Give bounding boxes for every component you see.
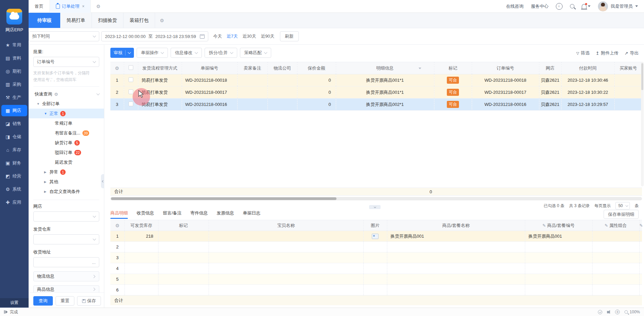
tree-with-remarks[interactable]: 有留言备注...39 <box>29 128 104 138</box>
doc-actions-dropdown[interactable]: 单据操作 <box>137 48 168 58</box>
select-all-checkbox[interactable] <box>129 65 133 70</box>
settings-button[interactable]: 设置 <box>0 298 29 307</box>
detail-row-4[interactable]: 4 <box>110 263 642 274</box>
doc-icon: ▤ <box>5 55 11 61</box>
save-detail-button[interactable]: 保存单据明细 <box>604 210 639 219</box>
subtabs-gear-icon[interactable]: ⚙ <box>155 13 169 28</box>
tab-order-processing[interactable]: 订单处理 × <box>50 0 91 13</box>
tab-invoice-info[interactable]: 发票信息 <box>217 210 234 219</box>
refresh-button[interactable]: 刷新 <box>280 31 299 41</box>
detail-row-5[interactable]: 5 <box>110 274 642 285</box>
check-circle-icon[interactable] <box>598 310 602 314</box>
product-section[interactable]: 商品信息 <box>33 285 99 293</box>
tree-rejected[interactable]: 驳回订单22 <box>29 148 104 157</box>
sidebar-item-changyong[interactable]: ★常用 <box>1 39 27 51</box>
service-center-link[interactable]: 服务中心 <box>531 3 548 9</box>
tree-out-of-stock[interactable]: 缺货订单5 <box>29 138 104 148</box>
tab-packing[interactable]: 装箱打包 <box>123 13 155 28</box>
order-row-3[interactable]: 3 简易打单发货 WD-20231218-00016 0 换货开票商品002*1… <box>110 98 642 111</box>
order-row-2[interactable]: 2 简易打单发货 WD-20231218-00017 0 换货开票商品001*1… <box>110 86 642 98</box>
export-tool[interactable]: ↗导出 <box>624 50 639 56</box>
notifications[interactable] <box>582 4 591 9</box>
scrollbar-thumb[interactable] <box>111 197 336 200</box>
online-consult-link[interactable]: 在线咨询 <box>506 3 524 9</box>
sidebar-item-cangchu[interactable]: ◨仓储 <box>1 131 27 143</box>
sidebar-item-caiwu[interactable]: ▣财务 <box>1 157 27 169</box>
strategy-match-dropdown[interactable]: 策略匹配 <box>240 48 271 58</box>
speaker-icon[interactable] <box>607 311 609 313</box>
sidebar-item-xitong[interactable]: ⚙系统 <box>1 184 27 195</box>
row-checkbox[interactable] <box>129 89 133 94</box>
tab-sender-info[interactable]: 寄件信息 <box>190 210 208 219</box>
tab-pending-audit[interactable]: 待审核 <box>29 13 60 28</box>
audit-button[interactable]: 审核 <box>110 48 134 58</box>
tab-scan-check[interactable]: 扫描验货 <box>92 13 123 28</box>
download-icon[interactable] <box>556 3 563 10</box>
shop-select[interactable] <box>33 211 99 222</box>
quick-7days[interactable]: 近7天 <box>226 33 238 39</box>
info-modify-dropdown[interactable]: 信息修改 <box>171 48 202 58</box>
query-button[interactable]: 查询 <box>33 296 53 306</box>
panel-split-toggle[interactable] <box>369 205 381 209</box>
detail-row-3[interactable]: 3 <box>110 252 642 263</box>
order-row-1[interactable]: 1 简易打单发货 WD-20231218-00018 0 换货开票商品001*1… <box>110 74 642 86</box>
column-settings-gear-icon[interactable]: ⚙ <box>115 223 119 228</box>
attachment-upload-tool[interactable]: ↥附件上传 <box>596 50 618 56</box>
tree-custom-query[interactable]: ▶自定义查询条件 <box>29 187 104 196</box>
quick-query-gear-icon[interactable]: ⚙ <box>54 92 58 97</box>
sidebar-item-xiaoshou[interactable]: ◪销售 <box>1 118 27 129</box>
scrollbar-thumb[interactable] <box>641 63 643 90</box>
quick-today[interactable]: 今天 <box>213 33 222 39</box>
sidebar-item-wangdian[interactable]: ▦网店 <box>1 105 27 116</box>
tab-simple-print[interactable]: 简易打单 <box>60 13 92 28</box>
order-no-select[interactable]: 订单编号 <box>33 57 99 67</box>
close-tab-icon[interactable]: × <box>82 4 84 9</box>
production-icon: ⚒ <box>5 95 11 100</box>
sidebar-item-jingying[interactable]: ◩经营 <box>1 170 27 182</box>
sidebar-item-yingyong[interactable]: ✚应用 <box>1 197 27 208</box>
warehouse-select[interactable] <box>33 234 99 244</box>
detail-row-6[interactable]: 6 <box>110 285 642 295</box>
sort-caret-icon[interactable] <box>419 68 421 69</box>
chevron-down-icon[interactable] <box>97 92 100 95</box>
column-settings-gear-icon[interactable]: ⚙ <box>115 66 119 71</box>
tabs-gear-icon[interactable]: ⚙ <box>91 4 106 9</box>
detail-row-2[interactable]: 2 <box>110 242 642 252</box>
tab-home[interactable]: 首页 <box>29 0 50 13</box>
page-size-select[interactable]: 50 <box>615 202 630 209</box>
zoom-control[interactable]: 100% <box>624 310 640 314</box>
date-range-input[interactable]: 2023-12-12 00:00:00 至 2023-12-18 23:59:5… <box>101 31 208 41</box>
tab-doc-log[interactable]: 单据日志 <box>243 210 260 219</box>
tree-normal[interactable]: ▼正常1 <box>29 109 104 118</box>
quick-90days[interactable]: 近90天 <box>261 33 274 39</box>
sidebar-item-shengchan[interactable]: ⚒生产 <box>1 92 27 103</box>
row-checkbox[interactable] <box>129 102 133 106</box>
tab-message-remark[interactable]: 留言/备注 <box>163 210 182 219</box>
tree-delayed-shipping[interactable]: 延迟发货 <box>29 157 104 167</box>
tab-receiver-info[interactable]: 收货信息 <box>137 210 154 219</box>
tree-other[interactable]: ▶其他 <box>29 177 104 187</box>
time-field-select[interactable]: 拍下时间 <box>29 31 99 41</box>
tree-abnormal[interactable]: ▶异常1 <box>29 167 104 177</box>
filter-tool[interactable]: ▽筛选 <box>576 50 589 56</box>
save-query-button[interactable]: 保存 <box>77 296 101 306</box>
address-input[interactable]: ... <box>33 257 99 267</box>
logistics-section[interactable]: 物流信息 <box>33 271 99 281</box>
split-merge-dropdown[interactable]: 拆分/合并 <box>205 48 237 58</box>
tree-all-orders[interactable]: ▼全部订单 <box>29 99 104 109</box>
search-icon[interactable] <box>570 4 574 8</box>
sidebar-item-qichu[interactable]: ◎期初 <box>1 66 27 77</box>
tab-product-detail[interactable]: 商品明细 <box>110 210 128 219</box>
reset-button[interactable]: 重置 <box>56 296 74 306</box>
panel-collapse-handle[interactable] <box>101 174 104 188</box>
image-placeholder-icon[interactable] <box>372 234 379 239</box>
user-menu[interactable]: 我是管理员 <box>598 1 638 11</box>
sidebar-item-caigou[interactable]: ▥采购 <box>1 79 27 90</box>
detail-row-1[interactable]: 1 218 换货开票商品001 换货开票商品001 <box>110 231 642 242</box>
tree-regular-orders[interactable]: 常规订单 <box>29 118 104 128</box>
quick-30days[interactable]: 近30天 <box>243 33 256 39</box>
row-checkbox[interactable] <box>129 77 133 82</box>
sidebar-item-ziliao[interactable]: ▤资料 <box>1 52 27 64</box>
play-icon[interactable] <box>5 310 8 314</box>
sidebar-item-kucun[interactable]: ⌂库存 <box>1 144 27 156</box>
